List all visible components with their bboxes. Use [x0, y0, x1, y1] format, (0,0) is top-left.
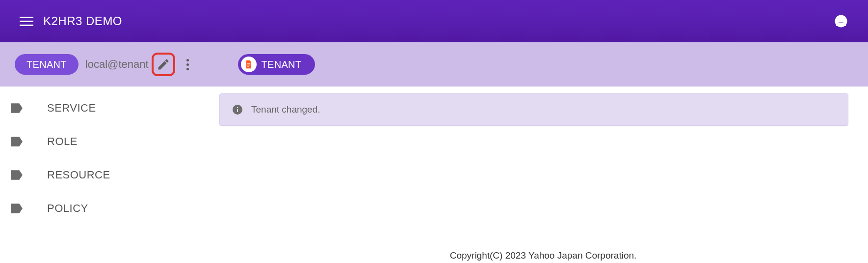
info-icon: [232, 104, 243, 116]
content-area: Tenant changed. Copyright(C) 2023 Yahoo …: [218, 87, 868, 263]
info-banner: Tenant changed.: [219, 93, 848, 126]
path-chip-label: TENANT: [262, 59, 302, 70]
footer-text: Copyright(C) 2023 Yahoo Japan Corporatio…: [218, 250, 868, 261]
main-area: SERVICE ROLE RESOURCE POLICY Tenant c: [0, 87, 868, 263]
tenant-chip-label: TENANT: [26, 59, 67, 70]
sidebar-item-label: POLICY: [47, 202, 88, 215]
sub-toolbar: TENANT local@tenant TENANT: [0, 42, 868, 87]
sidebar: SERVICE ROLE RESOURCE POLICY: [0, 87, 218, 263]
sidebar-item-service[interactable]: SERVICE: [0, 91, 218, 125]
label-icon: [11, 103, 24, 113]
sidebar-item-role[interactable]: ROLE: [0, 125, 218, 158]
label-icon: [11, 137, 24, 146]
path-chip[interactable]: TENANT: [238, 54, 316, 75]
tenant-chip[interactable]: TENANT: [15, 54, 79, 75]
sidebar-item-resource[interactable]: RESOURCE: [0, 158, 218, 192]
label-icon: [11, 204, 24, 213]
app-title: K2HR3 DEMO: [43, 14, 122, 28]
sidebar-item-policy[interactable]: POLICY: [0, 192, 218, 225]
more-vert-icon[interactable]: [182, 57, 194, 72]
document-icon: [241, 57, 257, 72]
label-icon: [11, 170, 24, 180]
sidebar-item-label: ROLE: [47, 135, 78, 148]
app-bar: K2HR3 DEMO: [0, 0, 868, 42]
sidebar-item-label: RESOURCE: [47, 169, 110, 181]
tenant-name: local@tenant: [85, 58, 149, 71]
menu-icon[interactable]: [20, 14, 33, 28]
highlight-box-edit: [152, 53, 175, 76]
account-icon[interactable]: [834, 14, 848, 29]
edit-tenant-button[interactable]: [157, 58, 170, 71]
info-banner-text: Tenant changed.: [251, 104, 320, 115]
sidebar-item-label: SERVICE: [47, 102, 96, 115]
